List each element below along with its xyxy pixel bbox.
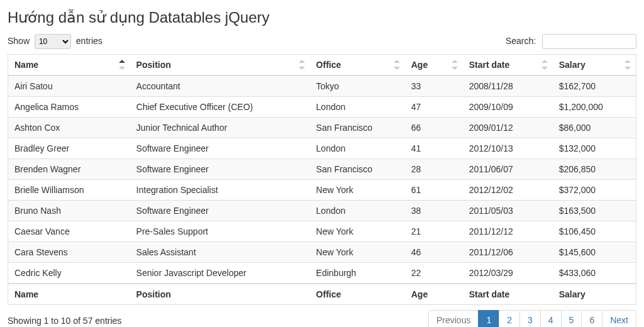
- column-header-position[interactable]: Position: [130, 55, 310, 76]
- table-info: Showing 1 to 10 of 57 entries: [8, 316, 121, 326]
- page-title: Hướng dẫn sử dụng Datatables jQuery: [8, 9, 636, 26]
- cell-name: Brenden Wagner: [8, 159, 130, 180]
- cell-name: Caesar Vance: [8, 221, 130, 242]
- cell-age: 21: [405, 221, 463, 242]
- cell-office: San Francisco: [310, 159, 405, 180]
- table-row: Bruno NashSoftware EngineerLondon382011/…: [8, 201, 636, 221]
- table-row: Ashton CoxJunior Technical AuthorSan Fra…: [8, 118, 636, 138]
- cell-position: Chief Executive Officer (CEO): [130, 97, 310, 118]
- cell-salary: $106,450: [553, 221, 636, 242]
- cell-position: Software Engineer: [130, 201, 310, 221]
- column-header-age[interactable]: Age: [405, 55, 463, 76]
- column-header-label: Salary: [559, 60, 586, 70]
- table-row: Cara StevensSales AssistantNew York46201…: [8, 242, 636, 263]
- cell-name: Cara Stevens: [8, 242, 130, 263]
- column-footer-position: Position: [130, 284, 310, 305]
- column-footer-salary: Salary: [553, 284, 636, 305]
- pagination-page-4[interactable]: 4: [540, 310, 562, 327]
- cell-position: Accountant: [130, 75, 310, 97]
- pagination-page-6[interactable]: 6: [581, 310, 602, 327]
- sort-icon: [394, 60, 400, 70]
- data-table: NamePositionOfficeAgeStart dateSalary Ai…: [8, 54, 636, 305]
- cell-salary: $132,000: [553, 138, 636, 159]
- column-header-label: Age: [411, 60, 428, 70]
- column-footer-age: Age: [405, 284, 463, 305]
- column-footer-office: Office: [310, 284, 405, 305]
- cell-age: 22: [405, 263, 463, 284]
- cell-position: Software Engineer: [130, 159, 310, 180]
- search-control: Search:: [506, 34, 636, 49]
- cell-position: Pre-Sales Support: [130, 221, 310, 242]
- cell-start: 2012/03/29: [463, 263, 553, 284]
- cell-name: Brielle Williamson: [8, 180, 130, 201]
- cell-name: Bradley Greer: [8, 138, 130, 159]
- cell-name: Angelica Ramos: [8, 97, 130, 118]
- cell-office: Edinburgh: [310, 263, 405, 284]
- cell-position: Senior Javascript Developer: [130, 263, 310, 284]
- cell-position: Integration Specialist: [130, 180, 310, 201]
- cell-position: Junior Technical Author: [130, 118, 310, 138]
- cell-age: 61: [405, 180, 463, 201]
- cell-office: New York: [310, 180, 405, 201]
- cell-office: London: [310, 201, 405, 221]
- cell-position: Sales Assistant: [130, 242, 310, 263]
- sort-icon: [299, 60, 305, 70]
- table-row: Caesar VancePre-Sales SupportNew York212…: [8, 221, 636, 242]
- column-footer-name: Name: [8, 284, 130, 305]
- cell-age: 33: [405, 75, 463, 97]
- cell-office: New York: [310, 221, 405, 242]
- cell-start: 2008/11/28: [463, 75, 553, 97]
- cell-office: New York: [310, 242, 405, 263]
- cell-name: Airi Satou: [8, 75, 130, 97]
- table-row: Brielle WilliamsonIntegration Specialist…: [8, 180, 636, 201]
- table-row: Cedric KellySenior Javascript DeveloperE…: [8, 263, 636, 284]
- sort-icon: [541, 60, 548, 70]
- column-header-salary[interactable]: Salary: [553, 55, 636, 76]
- cell-name: Ashton Cox: [8, 118, 130, 138]
- pagination-page-5[interactable]: 5: [561, 310, 582, 327]
- length-control: Show 102550100 entries: [8, 34, 103, 49]
- search-input[interactable]: [542, 34, 636, 49]
- pagination: Previous123456Next: [429, 310, 636, 327]
- length-prefix: Show: [8, 36, 30, 46]
- cell-start: 2011/12/12: [463, 221, 553, 242]
- search-label: Search:: [506, 36, 536, 46]
- column-header-label: Start date: [469, 60, 510, 70]
- column-header-office[interactable]: Office: [310, 55, 405, 76]
- table-row: Brenden WagnerSoftware EngineerSan Franc…: [8, 159, 636, 180]
- cell-age: 38: [405, 201, 463, 221]
- pagination-page-1[interactable]: 1: [478, 310, 499, 327]
- table-row: Bradley GreerSoftware EngineerLondon4120…: [8, 138, 636, 159]
- cell-salary: $145,600: [553, 242, 636, 263]
- column-header-start-date[interactable]: Start date: [463, 55, 553, 76]
- column-header-name[interactable]: Name: [8, 55, 130, 76]
- column-header-label: Name: [14, 60, 38, 70]
- cell-office: San Francisco: [310, 118, 405, 138]
- cell-start: 2011/06/07: [463, 159, 553, 180]
- cell-age: 66: [405, 118, 463, 138]
- cell-age: 47: [405, 97, 463, 118]
- column-footer-start-date: Start date: [463, 284, 553, 305]
- cell-name: Bruno Nash: [8, 201, 130, 221]
- pagination-page-3[interactable]: 3: [519, 310, 541, 327]
- cell-start: 2009/10/09: [463, 97, 553, 118]
- pagination-previous: Previous: [428, 310, 479, 327]
- cell-age: 41: [405, 138, 463, 159]
- sort-icon: [452, 60, 458, 70]
- table-row: Angelica RamosChief Executive Officer (C…: [8, 97, 636, 118]
- sort-icon: [625, 60, 631, 70]
- cell-start: 2011/12/06: [463, 242, 553, 263]
- cell-office: London: [310, 97, 405, 118]
- table-row: Airi SatouAccountantTokyo332008/11/28$16…: [8, 75, 636, 97]
- pagination-page-2[interactable]: 2: [499, 310, 520, 327]
- length-select[interactable]: 102550100: [35, 34, 71, 49]
- pagination-next[interactable]: Next: [602, 310, 636, 327]
- column-header-label: Position: [136, 60, 171, 70]
- cell-salary: $206,850: [553, 159, 636, 180]
- cell-salary: $433,060: [553, 263, 636, 284]
- cell-position: Software Engineer: [130, 138, 310, 159]
- cell-start: 2012/12/02: [463, 180, 553, 201]
- cell-start: 2012/10/13: [463, 138, 553, 159]
- cell-salary: $1,200,000: [553, 97, 636, 118]
- cell-salary: $86,000: [553, 118, 636, 138]
